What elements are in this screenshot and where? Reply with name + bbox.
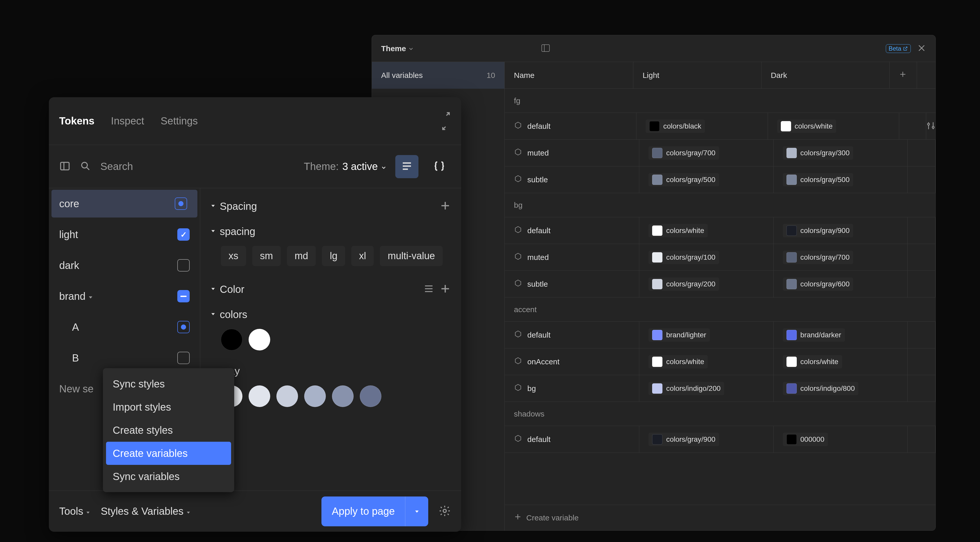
group-spacing-header[interactable]: spacing xyxy=(210,221,451,242)
color-swatch[interactable] xyxy=(332,385,353,407)
group-gray-header[interactable]: gray xyxy=(210,361,451,381)
set-checkbox[interactable] xyxy=(177,290,190,303)
table-row[interactable]: bg colors/indigo/200 colors/indigo/800 xyxy=(505,375,935,402)
dark-value-cell[interactable]: brand/darker xyxy=(773,322,908,348)
token-set-light[interactable]: light xyxy=(49,219,200,250)
add-mode-button[interactable] xyxy=(890,62,917,89)
dark-value-cell[interactable]: colors/gray/500 xyxy=(773,166,908,193)
styles-variables-menu[interactable]: Styles & Variables xyxy=(100,506,191,517)
token-set-brand[interactable]: brand xyxy=(49,281,200,312)
light-value-cell[interactable]: brand/lighter xyxy=(639,322,773,348)
search-input[interactable] xyxy=(100,161,295,172)
table-row[interactable]: default colors/gray/900 000000 xyxy=(505,426,935,453)
sidebar-item-all-variables[interactable]: All variables 10 xyxy=(372,62,504,89)
table-row[interactable]: default brand/lighter brand/darker xyxy=(505,322,935,349)
light-value-cell[interactable]: colors/gray/200 xyxy=(639,271,773,297)
tools-menu[interactable]: Tools xyxy=(59,506,90,517)
spacing-token-md[interactable]: md xyxy=(287,246,316,266)
tab-inspect[interactable]: Inspect xyxy=(111,115,144,127)
group-header-fg[interactable]: fg xyxy=(505,89,935,113)
color-swatch[interactable] xyxy=(277,385,298,407)
set-checkbox[interactable] xyxy=(177,259,190,271)
color-swatch[interactable] xyxy=(248,329,270,350)
table-row[interactable]: default colors/black colors/white xyxy=(505,113,935,139)
column-dark[interactable]: Dark xyxy=(762,62,890,89)
add-color-button[interactable] xyxy=(439,283,451,295)
tab-tokens[interactable]: Tokens xyxy=(59,115,94,127)
table-row[interactable]: subtle colors/gray/200 colors/gray/600 xyxy=(505,271,935,298)
section-spacing-header[interactable]: Spacing xyxy=(210,193,451,219)
column-light[interactable]: Light xyxy=(633,62,762,89)
light-value-cell[interactable]: colors/black xyxy=(636,113,768,139)
apply-dropdown[interactable] xyxy=(405,496,428,526)
set-checkbox[interactable] xyxy=(177,321,190,333)
create-variable-label: Create variable xyxy=(526,513,579,522)
spacing-token-sm[interactable]: sm xyxy=(252,246,281,266)
swatch-view-button[interactable] xyxy=(423,283,434,295)
list-view-button[interactable] xyxy=(395,155,418,178)
dark-value-cell[interactable]: colors/gray/600 xyxy=(773,271,908,297)
set-checkbox[interactable] xyxy=(177,352,190,364)
settings-button[interactable] xyxy=(439,505,451,518)
color-swatch[interactable] xyxy=(360,385,382,407)
add-spacing-button[interactable] xyxy=(439,200,451,212)
theme-dropdown[interactable]: Theme xyxy=(381,44,413,53)
gray-color-swatches xyxy=(221,385,451,407)
group-colors-header[interactable]: colors xyxy=(210,304,451,325)
table-row[interactable]: subtle colors/gray/500 colors/gray/500 xyxy=(505,166,935,193)
light-value-cell[interactable]: colors/indigo/200 xyxy=(639,375,773,402)
theme-picker[interactable]: Theme: 3 active xyxy=(304,161,386,172)
color-swatch[interactable] xyxy=(221,329,242,350)
table-row[interactable]: muted colors/gray/100 colors/gray/700 xyxy=(505,244,935,271)
dark-value-cell[interactable]: colors/gray/900 xyxy=(773,217,908,244)
token-set-dark[interactable]: dark xyxy=(49,250,200,281)
code-view-button[interactable] xyxy=(428,155,451,178)
menu-item-create-variables[interactable]: Create variables xyxy=(106,442,231,465)
sidebar-toggle-button[interactable] xyxy=(59,160,70,173)
row-actions-cell[interactable] xyxy=(926,113,935,139)
table-row[interactable]: default colors/white colors/gray/900 xyxy=(505,217,935,244)
light-value-cell[interactable]: colors/white xyxy=(639,217,773,244)
caret-down-icon xyxy=(210,228,216,235)
dark-value-cell[interactable]: colors/gray/700 xyxy=(773,244,908,271)
menu-item-sync-variables[interactable]: Sync variables xyxy=(106,465,231,488)
menu-item-import-styles[interactable]: Import styles xyxy=(106,395,231,418)
table-row[interactable]: onAccent colors/white colors/white xyxy=(505,349,935,375)
dark-value-cell[interactable]: 000000 xyxy=(773,426,908,453)
group-header-shadows[interactable]: shadows xyxy=(505,402,935,426)
spacing-token-lg[interactable]: lg xyxy=(322,246,345,266)
create-variable-button[interactable]: Create variable xyxy=(505,505,935,531)
light-value-cell[interactable]: colors/gray/900 xyxy=(639,426,773,453)
apply-button[interactable]: Apply to page xyxy=(321,496,428,526)
menu-item-create-styles[interactable]: Create styles xyxy=(106,418,231,442)
spacing-token-multi-value[interactable]: multi-value xyxy=(380,246,443,266)
panel-toggle-button[interactable] xyxy=(541,43,551,54)
group-header-bg[interactable]: bg xyxy=(505,193,935,217)
set-checkbox[interactable] xyxy=(177,228,190,241)
color-swatch[interactable] xyxy=(248,385,270,407)
set-checkbox[interactable] xyxy=(175,198,187,210)
light-value-cell[interactable]: colors/gray/100 xyxy=(639,244,773,271)
row-add-cell xyxy=(908,271,935,297)
expand-button[interactable] xyxy=(441,111,451,131)
color-swatch[interactable] xyxy=(304,385,326,407)
tokens-tabs: Tokens Inspect Settings xyxy=(49,97,461,145)
light-value-cell[interactable]: colors/gray/700 xyxy=(639,139,773,166)
section-color-header[interactable]: Color xyxy=(210,276,451,302)
token-set-A[interactable]: A xyxy=(49,312,200,342)
table-row[interactable]: muted colors/gray/700 colors/gray/300 xyxy=(505,139,935,166)
token-set-core[interactable]: core xyxy=(51,190,197,217)
tab-settings[interactable]: Settings xyxy=(161,115,198,127)
dark-value-cell[interactable]: colors/white xyxy=(773,349,908,375)
light-value-cell[interactable]: colors/gray/500 xyxy=(639,166,773,193)
light-value-cell[interactable]: colors/white xyxy=(639,349,773,375)
spacing-token-xl[interactable]: xl xyxy=(351,246,374,266)
dark-value-cell[interactable]: colors/indigo/800 xyxy=(773,375,908,402)
dark-value-cell[interactable]: colors/white xyxy=(768,113,899,139)
menu-item-sync-styles[interactable]: Sync styles xyxy=(106,372,231,395)
group-header-accent[interactable]: accent xyxy=(505,298,935,322)
svg-marker-18 xyxy=(515,384,520,391)
close-button[interactable] xyxy=(917,43,926,54)
spacing-token-xs[interactable]: xs xyxy=(221,246,246,266)
dark-value-cell[interactable]: colors/gray/300 xyxy=(773,139,908,166)
